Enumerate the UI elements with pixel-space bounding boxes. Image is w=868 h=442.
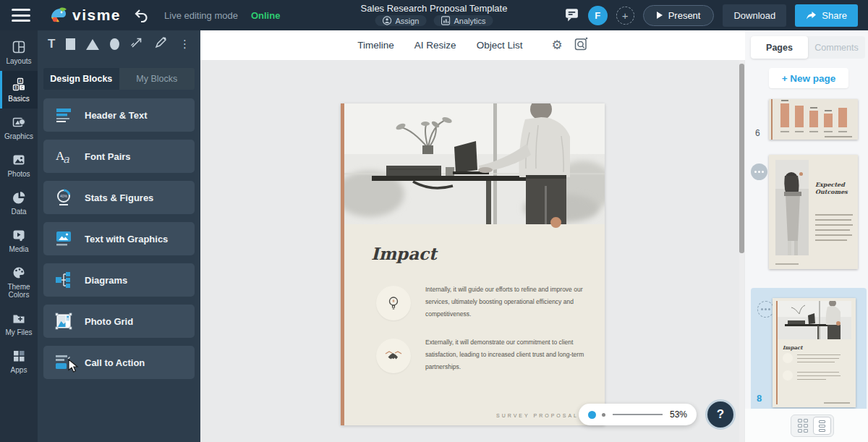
arrow-line-tool[interactable]: [130, 36, 143, 52]
tab-design-blocks[interactable]: Design Blocks: [43, 68, 119, 90]
zoom-control: 53%: [579, 404, 697, 425]
svg-text:A: A: [19, 79, 22, 83]
help-button[interactable]: ?: [705, 399, 736, 430]
hamburger-menu-icon[interactable]: [12, 9, 30, 22]
present-button[interactable]: Present: [643, 5, 715, 26]
tab-comments[interactable]: Comments: [808, 36, 865, 59]
analytics-chart-icon: [441, 16, 450, 25]
block-photo-grid[interactable]: Photo Grid: [43, 305, 195, 338]
triangle-shape-tool[interactable]: [86, 39, 99, 50]
tab-pages[interactable]: Pages: [751, 36, 808, 59]
topbar-left: visme Live editing mode Online: [0, 6, 280, 25]
block-call-to-action[interactable]: Call to Action: [43, 346, 195, 379]
rail-item-photos[interactable]: Photos: [0, 146, 38, 184]
page-8-footer-line: [824, 402, 850, 404]
block-diagrams[interactable]: Diagrams: [43, 263, 195, 297]
rail-item-theme-colors[interactable]: Theme Colors: [0, 259, 38, 305]
slide-photo[interactable]: [344, 103, 605, 224]
list-view-icon: [819, 420, 825, 432]
visme-logo[interactable]: visme: [49, 6, 121, 25]
undo-icon[interactable]: [134, 8, 148, 22]
grid-view-button[interactable]: [793, 417, 812, 435]
square-shape-tool[interactable]: [66, 38, 75, 50]
download-button[interactable]: Download: [723, 4, 786, 27]
add-collaborator-button[interactable]: +: [616, 7, 634, 25]
block-label: Photo Grid: [85, 316, 133, 327]
timeline-button[interactable]: Timeline: [357, 40, 394, 51]
slide-accent-dot[interactable]: [550, 217, 561, 228]
assign-button[interactable]: Assign: [375, 15, 426, 26]
analytics-button[interactable]: Analytics: [433, 15, 493, 26]
slide-page-8[interactable]: Impact Internally, it will guide our eff…: [341, 103, 605, 425]
canvas-scrollbar[interactable]: [739, 60, 744, 442]
rail-item-graphics[interactable]: Graphics: [0, 109, 38, 146]
rail-item-media[interactable]: Media: [0, 221, 38, 259]
canvas-area[interactable]: Impact Internally, it will guide our eff…: [200, 60, 745, 442]
rail-label: Data: [11, 208, 26, 216]
brand-name: visme: [72, 7, 121, 24]
bullet-text-1[interactable]: Internally, it will guide our efforts to…: [425, 284, 593, 320]
block-label: Header & Text: [85, 110, 147, 121]
zoom-slider-stop-dot: [602, 413, 605, 417]
grid-view-icon: [798, 419, 808, 433]
zoom-slider-track[interactable]: [613, 414, 663, 415]
media-icon: [12, 228, 26, 242]
bullet-text-2[interactable]: Externally, it will demonstrate our comm…: [425, 336, 593, 373]
handshake-bullet-icon[interactable]: [376, 339, 411, 373]
page-8-thumbnail[interactable]: Impact: [773, 298, 856, 407]
online-status: Online: [251, 10, 280, 21]
new-page-button[interactable]: + New page: [769, 68, 848, 88]
stats-badge: 40%: [60, 194, 68, 198]
block-font-pairs[interactable]: Aa Font Pairs: [43, 140, 195, 173]
lightbulb-bullet-icon[interactable]: [376, 286, 411, 320]
page-8-collaborator-badge[interactable]: [757, 301, 774, 318]
present-label: Present: [668, 10, 701, 21]
page-7-accent-dot: [799, 172, 803, 176]
list-view-button[interactable]: [813, 417, 831, 435]
block-label: Font Pairs: [85, 151, 131, 162]
block-stats-figures[interactable]: 40% Stats & Figures: [43, 181, 195, 214]
page-8-mini-title: Impact: [783, 344, 803, 351]
pages-tabs: Pages Comments: [751, 36, 865, 59]
block-label: Diagrams: [85, 275, 127, 286]
basics-icon: ABC: [12, 77, 26, 92]
assign-person-icon: [382, 16, 391, 25]
rail-item-layouts[interactable]: Layouts: [0, 33, 38, 71]
preview-search-icon[interactable]: [574, 37, 588, 54]
block-label: Call to Action: [85, 357, 145, 368]
rail-item-basics[interactable]: ABC Basics: [0, 71, 38, 109]
topbar-center: Sales Research Proposal Template Assign …: [361, 3, 508, 26]
settings-gear-icon[interactable]: ⚙: [551, 38, 562, 53]
more-tools-icon[interactable]: ⋮: [179, 38, 190, 51]
slide-title[interactable]: Impact: [371, 244, 437, 263]
rail-item-apps[interactable]: Apps: [0, 342, 38, 380]
tab-my-blocks[interactable]: My Blocks: [119, 68, 195, 90]
my-files-icon: [12, 311, 26, 326]
share-button[interactable]: Share: [795, 4, 858, 27]
canvas-toolbar: Timeline AI Resize Object List ⚙: [200, 30, 745, 60]
rail-label: My Files: [5, 328, 32, 336]
page-7-collaborator-badge[interactable]: [751, 163, 767, 180]
stats-figures-icon: 40%: [53, 188, 75, 207]
circle-shape-tool[interactable]: [110, 38, 119, 50]
block-text-with-graphics[interactable]: Text with Graphics: [43, 222, 195, 255]
page-8-selected-row[interactable]: Impact 8: [751, 288, 867, 423]
object-list-button[interactable]: Object List: [477, 40, 523, 51]
block-header-text[interactable]: Header & Text: [43, 98, 195, 132]
document-title[interactable]: Sales Research Proposal Template: [361, 3, 508, 14]
comments-icon[interactable]: [564, 7, 579, 25]
rail-item-data[interactable]: Data: [0, 184, 38, 221]
pen-tool[interactable]: [154, 36, 167, 52]
slide-footer-text[interactable]: SURVEY PROPOSAL: [496, 413, 579, 418]
photos-icon: [12, 153, 26, 167]
ai-resize-button[interactable]: AI Resize: [414, 40, 456, 51]
page-6-thumbnail[interactable]: [769, 99, 858, 140]
rail-item-my-files[interactable]: My Files: [0, 305, 38, 342]
scrollbar-thumb[interactable]: [739, 64, 744, 253]
pages-panel: Pages Comments + New page 6: [745, 30, 868, 442]
text-tool[interactable]: T: [48, 37, 55, 51]
svg-text:C: C: [21, 85, 24, 90]
zoom-slider-knob[interactable]: [588, 411, 596, 419]
user-avatar[interactable]: F: [588, 6, 608, 25]
page-7-thumbnail[interactable]: Expected Outcomes: [769, 155, 858, 269]
